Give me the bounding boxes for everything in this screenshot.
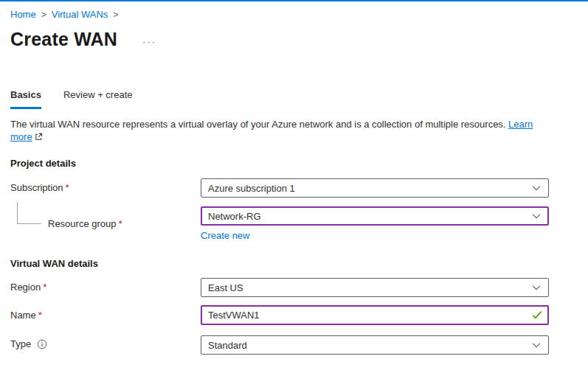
subscription-value: Azure subscription 1 <box>208 183 295 194</box>
resource-group-value: Network-RG <box>208 211 261 222</box>
subscription-dropdown[interactable]: Azure subscription 1 <box>201 178 549 198</box>
external-link-icon <box>35 131 43 144</box>
resource-group-dropdown[interactable]: Network-RG <box>201 206 549 226</box>
name-input[interactable] <box>201 305 549 325</box>
chevron-down-icon <box>531 282 542 293</box>
chevron-down-icon <box>531 211 542 221</box>
description-text: The virtual WAN resource represents a vi… <box>10 119 508 130</box>
subscription-label: Subscription* <box>10 182 201 194</box>
region-label: Region* <box>10 282 201 293</box>
create-new-link[interactable]: Create new <box>201 230 249 242</box>
breadcrumb-home-link[interactable]: Home <box>10 9 36 20</box>
field-row-name: Name* <box>10 305 578 325</box>
required-marker: * <box>66 182 69 193</box>
type-dropdown[interactable]: Standard <box>201 335 549 355</box>
valid-check-icon <box>532 310 542 322</box>
type-value: Standard <box>208 340 247 351</box>
page-title: Create WAN <box>10 29 117 49</box>
section-virtual-wan-details: Virtual WAN details <box>10 258 578 270</box>
breadcrumb-separator-icon: > <box>41 10 46 20</box>
breadcrumb-virtual-wans-link[interactable]: Virtual WANs <box>52 9 108 20</box>
field-row-resource-group: Resource group* Network-RG Create new <box>10 206 578 242</box>
field-row-subscription: Subscription* Azure subscription 1 <box>10 178 578 198</box>
create-wan-page: Home>Virtual WANs> Create WAN ··· Basics… <box>0 9 588 355</box>
required-marker: * <box>119 218 122 229</box>
page-description: The virtual WAN resource represents a vi… <box>10 118 546 144</box>
field-row-type: Type Standard <box>10 335 578 355</box>
title-row: Create WAN ··· <box>10 29 578 49</box>
required-marker: * <box>38 310 42 321</box>
required-marker: * <box>43 282 46 293</box>
breadcrumb-separator-icon: > <box>113 10 118 20</box>
resource-group-label: Resource group* <box>10 218 201 230</box>
tab-basics[interactable]: Basics <box>10 89 41 109</box>
chevron-down-icon <box>531 340 542 350</box>
field-row-region: Region* East US <box>10 278 578 297</box>
section-project-details: Project details <box>10 158 578 170</box>
chevron-down-icon <box>531 183 542 193</box>
region-value: East US <box>208 282 243 293</box>
name-label: Name* <box>10 310 201 321</box>
tree-connector-line <box>17 202 41 224</box>
tab-review-create[interactable]: Review + create <box>63 89 133 109</box>
tab-bar: Basics Review + create <box>10 89 578 109</box>
breadcrumb: Home>Virtual WANs> <box>10 9 578 21</box>
type-label: Type <box>10 338 201 352</box>
top-accent-bar <box>0 0 588 1</box>
more-commands-button[interactable]: ··· <box>142 38 156 46</box>
region-dropdown[interactable]: East US <box>201 278 549 297</box>
info-icon[interactable] <box>37 339 47 352</box>
